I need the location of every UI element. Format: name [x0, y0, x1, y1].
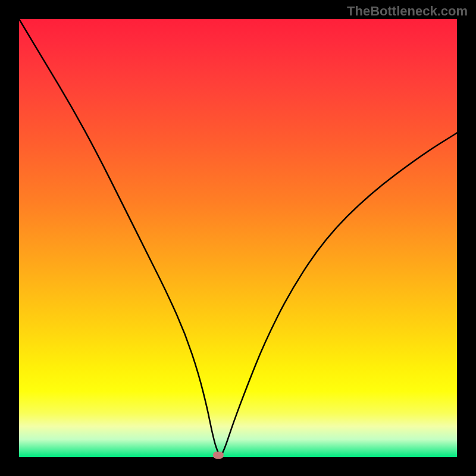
- chart-container: TheBottleneck.com: [0, 0, 476, 476]
- bottleneck-chart: [0, 0, 476, 476]
- watermark-text: TheBottleneck.com: [347, 4, 468, 19]
- marker-icon: [213, 452, 224, 459]
- plot-background: [19, 19, 457, 457]
